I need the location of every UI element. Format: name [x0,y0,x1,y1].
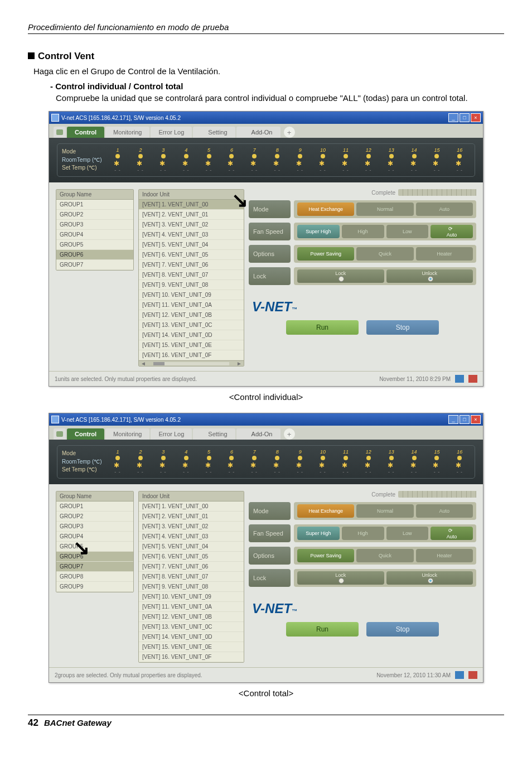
lock-button[interactable]: Lock [297,571,384,585]
unit-item[interactable]: [VENT] 8. VENT_UNIT_07 [139,572,244,582]
unit-item[interactable]: [VENT] 5. VENT_UNIT_04 [139,542,244,552]
mode-auto-button[interactable]: Auto [416,203,473,216]
unit-item[interactable]: [VENT] 1. VENT_UNIT_00 [139,502,244,512]
run-button[interactable]: Run [286,622,359,637]
mode-heat-exchange-button[interactable]: Heat Exchange [297,203,354,216]
unit-item[interactable]: [VENT] 6. VENT_UNIT_05 [139,250,244,260]
group-item[interactable]: GROUP7 [56,562,133,572]
group-item[interactable]: GROUP1 [56,502,133,512]
unit-item[interactable]: [VENT] 16. VENT_UNIT_0F [139,652,244,662]
add-tab-button[interactable]: + [284,428,295,440]
group-item[interactable]: GROUP5 [56,542,133,552]
tab-setting[interactable]: Setting [193,127,235,138]
unit-item[interactable]: [VENT] 13. VENT_UNIT_0C [139,622,244,632]
unit-item[interactable]: [VENT] 14. VENT_UNIT_0D [139,632,244,642]
fan-super-button[interactable]: Super High [297,225,340,238]
group-item[interactable]: GROUP4 [56,532,133,542]
unit-item[interactable]: [VENT] 12. VENT_UNIT_0B [139,612,244,622]
maximize-button[interactable]: □ [460,415,470,424]
unit-item[interactable]: [VENT] 3. VENT_UNIT_02 [139,522,244,532]
mode-normal-button[interactable]: Normal [356,203,413,216]
tab-monitoring[interactable]: Monitoring [105,127,149,138]
group-item[interactable]: GROUP9 [56,582,133,592]
page-header: Procedimiento del funcionamiento en modo… [28,22,504,32]
opt-heater-button[interactable]: Heater [416,247,473,261]
opt-power-button[interactable]: Power Saving [297,549,354,562]
tab-addon[interactable]: Add-On [236,428,280,440]
mode-normal-button[interactable]: Normal [356,504,413,518]
unit-item[interactable]: [VENT] 5. VENT_UNIT_04 [139,240,244,250]
run-button[interactable]: Run [286,320,359,335]
unit-item[interactable]: [VENT] 10. VENT_UNIT_09 [139,290,244,300]
group-item[interactable]: GROUP7 [56,260,133,270]
opt-quick-button[interactable]: Quick [356,549,413,562]
unit-item[interactable]: [VENT] 7. VENT_UNIT_06 [139,260,244,270]
unit-item[interactable]: [VENT] 11. VENT_UNIT_0A [139,602,244,612]
unit-item[interactable]: [VENT] 14. VENT_UNIT_0D [139,330,244,340]
tab-monitoring[interactable]: Monitoring [105,428,149,440]
tab-addon[interactable]: Add-On [236,127,280,138]
unit-item[interactable]: [VENT] 12. VENT_UNIT_0B [139,310,244,320]
status-settemp-label: Set Temp (℃) [62,466,102,474]
unit-item[interactable]: [VENT] 4. VENT_UNIT_03 [139,532,244,542]
unit-item[interactable]: [VENT] 2. VENT_UNIT_01 [139,210,244,220]
group-item[interactable]: GROUP3 [56,220,133,230]
unit-item[interactable]: [VENT] 8. VENT_UNIT_07 [139,270,244,280]
tab-control[interactable]: Control [67,428,104,440]
maximize-button[interactable]: □ [460,113,470,122]
add-tab-button[interactable]: + [284,127,295,138]
mode-heat-exchange-button[interactable]: Heat Exchange [297,504,354,518]
fan-super-button[interactable]: Super High [297,527,340,540]
tab-errorlog[interactable]: Error Log [151,127,192,138]
group-item[interactable]: GROUP5 [56,240,133,250]
lock-button[interactable]: Lock [297,269,384,283]
unit-item[interactable]: [VENT] 1. VENT_UNIT_00 [139,200,244,210]
tab-errorlog[interactable]: Error Log [151,428,192,440]
unit-item[interactable]: [VENT] 16. VENT_UNIT_0F [139,350,244,360]
home-tab[interactable] [54,428,66,440]
opt-power-button[interactable]: Power Saving [297,247,354,261]
group-item[interactable]: GROUP6 [56,552,133,562]
close-button[interactable]: × [471,113,481,122]
unit-item[interactable]: [VENT] 3. VENT_UNIT_02 [139,220,244,230]
group-item[interactable]: GROUP3 [56,522,133,532]
unit-item[interactable]: [VENT] 15. VENT_UNIT_0E [139,642,244,652]
unlock-button[interactable]: Unlock [386,269,473,283]
unit-item[interactable]: [VENT] 13. VENT_UNIT_0C [139,320,244,330]
home-tab[interactable] [54,127,66,138]
fan-high-button[interactable]: High [342,225,384,238]
fan-high-button[interactable]: High [342,527,384,540]
tab-setting[interactable]: Setting [193,428,235,440]
unit-item[interactable]: [VENT] 9. VENT_UNIT_08 [139,280,244,290]
unlock-button[interactable]: Unlock [386,571,473,585]
opt-quick-button[interactable]: Quick [356,247,413,261]
opt-heater-button[interactable]: Heater [416,549,473,562]
group-item[interactable]: GROUP1 [56,200,133,210]
group-item[interactable]: GROUP8 [56,572,133,582]
unit-item[interactable]: [VENT] 11. VENT_UNIT_0A [139,300,244,310]
group-item[interactable]: GROUP4 [56,230,133,240]
stop-button[interactable]: Stop [366,622,439,637]
tab-control[interactable]: Control [67,127,104,138]
unit-item[interactable]: [VENT] 4. VENT_UNIT_03 [139,230,244,240]
group-item[interactable]: GROUP2 [56,512,133,522]
fan-auto-button[interactable]: ⟳Auto [431,527,473,540]
fan-low-button[interactable]: Low [386,527,429,540]
group-item[interactable]: GROUP6 [56,250,133,260]
mode-auto-button[interactable]: Auto [416,504,473,518]
unit-item[interactable]: [VENT] 9. VENT_UNIT_08 [139,582,244,592]
minimize-button[interactable]: _ [448,415,458,424]
unit-item[interactable]: [VENT] 10. VENT_UNIT_09 [139,592,244,602]
horizontal-scrollbar[interactable]: ◄ ► [139,360,244,366]
group-item[interactable]: GROUP2 [56,210,133,220]
stop-button[interactable]: Stop [366,320,439,335]
fan-low-button[interactable]: Low [386,225,429,238]
unit-item[interactable]: [VENT] 6. VENT_UNIT_05 [139,552,244,562]
fan-auto-button[interactable]: ⟳Auto [431,225,473,238]
unit-item[interactable]: [VENT] 15. VENT_UNIT_0E [139,340,244,350]
unit-item[interactable]: [VENT] 7. VENT_UNIT_06 [139,562,244,572]
close-button[interactable]: × [471,415,481,424]
unit-item[interactable]: [VENT] 2. VENT_UNIT_01 [139,512,244,522]
footer-label: BACnet Gateway [44,718,112,727]
minimize-button[interactable]: _ [448,113,458,122]
